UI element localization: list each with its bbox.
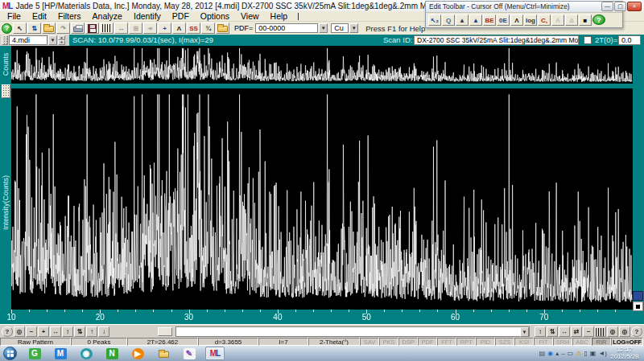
peaks-icon[interactable]: Λ	[172, 23, 186, 34]
menu-view[interactable]: View	[235, 11, 265, 21]
minimize-button[interactable]: —	[601, 2, 613, 11]
help-icon[interactable]: ?	[2, 23, 12, 34]
zoom-in-icon[interactable]: +	[38, 326, 49, 337]
rescale-icon[interactable]: ⇅	[74, 326, 85, 337]
tray-clipboard-icon[interactable]: ▣	[590, 350, 597, 357]
cursor-icon[interactable]: ↖	[13, 23, 27, 34]
flag-abc[interactable]: ABC	[572, 338, 592, 346]
open-file-icon[interactable]	[42, 23, 56, 34]
app-360browser[interactable]: G	[25, 347, 44, 360]
app-explorer[interactable]	[154, 347, 173, 360]
flag-ksi[interactable]: KSI	[514, 338, 534, 346]
sort-scans-icon[interactable]: ⇅	[27, 23, 41, 34]
flag-sav[interactable]: SAV	[360, 338, 379, 346]
tray-volume-icon[interactable]: ◄)	[598, 350, 607, 357]
report-icon[interactable]	[216, 23, 229, 34]
file-dropdown-arrow-icon[interactable]: ▼	[48, 35, 57, 45]
smooth-icon[interactable]: ~	[583, 326, 594, 337]
anode-select[interactable]: Cu	[331, 23, 349, 33]
menu-file[interactable]: File	[2, 11, 27, 21]
tray-alert-icon[interactable]: ⚠	[576, 350, 581, 357]
file-spinner[interactable]: ▲▼	[58, 35, 65, 45]
menu-identify[interactable]: Identify	[128, 11, 167, 21]
cursor-2theta-icon[interactable]: ↖₂	[428, 14, 441, 26]
compress-icon[interactable]: ⇄	[571, 326, 582, 337]
tray-expand-icon[interactable]: ▤	[539, 350, 546, 357]
spin-down-icon[interactable]: ▼	[58, 40, 65, 45]
search-match-icon[interactable]: SS	[187, 23, 200, 34]
flag-rir[interactable]: RIR	[592, 338, 611, 346]
save-icon[interactable]	[85, 23, 99, 34]
menu-help[interactable]: Help	[265, 11, 294, 21]
overlay-select[interactable]: ▼	[175, 326, 530, 337]
tray-up-icon[interactable]: ▴	[555, 350, 559, 357]
help-icon[interactable]: ?	[2, 326, 13, 337]
menu-filters[interactable]: Filters	[52, 11, 87, 21]
area-edit-icon[interactable]: Δ	[565, 14, 578, 26]
pattern-bars-icon[interactable]	[100, 23, 114, 34]
overlay-dropdown-arrow-icon[interactable]: ▼	[520, 327, 529, 337]
taskbar-clock[interactable]: 12:17 2012/5/28	[608, 347, 642, 360]
file-select[interactable]: 4.mdi	[9, 35, 47, 45]
display-bars-icon[interactable]	[595, 326, 606, 337]
quantify-icon[interactable]: ¾	[201, 23, 215, 34]
zero-edit-icon[interactable]: 0E	[497, 14, 510, 26]
flag-srm[interactable]: SRM	[553, 338, 572, 346]
chart-stop-button[interactable]	[633, 302, 643, 311]
pdf-number-input[interactable]: 00-0000	[255, 23, 318, 33]
normalize-icon[interactable]: ⇅	[547, 326, 558, 337]
menu-edit[interactable]: Edit	[27, 11, 52, 21]
shift-up-icon[interactable]: ↑	[86, 326, 97, 337]
zoom-range-icon[interactable]: ↔	[114, 23, 128, 34]
start-button[interactable]	[3, 347, 17, 360]
app-paint[interactable]: ✎	[180, 347, 199, 360]
calibrate-icon[interactable]: C,	[538, 14, 551, 26]
flag-fit[interactable]: FIT	[534, 338, 553, 346]
menu-options[interactable]: Options	[195, 11, 235, 21]
app-network[interactable]: ◉	[76, 347, 96, 360]
full-range-icon[interactable]: ▲	[456, 14, 469, 26]
overview-plot-canvas[interactable]	[11, 46, 633, 84]
help-icon[interactable]: ?	[592, 14, 605, 25]
zoom-icon[interactable]: Q	[442, 14, 455, 26]
close-button[interactable]: ×	[627, 2, 642, 11]
print-icon[interactable]	[71, 23, 85, 34]
flag-rpt[interactable]: RPT	[456, 338, 476, 346]
redraw-icon[interactable]: ◎	[619, 326, 630, 337]
flag-dsp[interactable]: DSP	[398, 338, 418, 346]
find-peaks-icon[interactable]: Λ	[510, 14, 523, 26]
main-plot-canvas[interactable]	[11, 88, 633, 310]
menu-analyze[interactable]: Analyze	[87, 11, 128, 21]
flag-pid[interactable]: PID	[476, 338, 495, 346]
flag-fft[interactable]: FFT	[437, 338, 456, 346]
expand-x-icon[interactable]: ↔	[50, 326, 61, 337]
two-theta-zero-input[interactable]: 0.0	[618, 35, 641, 45]
toolbar-grip-handle[interactable]	[2, 35, 8, 45]
pan-x-icon[interactable]: ↔	[559, 326, 570, 337]
zoom-out-icon[interactable]: −	[26, 326, 37, 337]
flag-pdf[interactable]: PDF	[418, 338, 437, 346]
help-icon[interactable]: ?	[631, 326, 642, 337]
menu-pdf[interactable]: PDF	[167, 11, 195, 21]
import-icon[interactable]: ↷	[56, 23, 70, 34]
chart-scroll-button[interactable]	[633, 291, 643, 301]
flag-log-toggle[interactable]: LOG=OFF	[611, 338, 643, 346]
grid-icon[interactable]: ■	[579, 14, 592, 26]
flag-szs[interactable]: SZS	[495, 338, 514, 346]
shift-down-icon[interactable]: ↓	[98, 326, 109, 337]
app-maxthon[interactable]: M	[51, 347, 70, 360]
profile-fit-icon[interactable]: ▲	[469, 14, 482, 26]
pdf-dropdown-arrow-icon[interactable]: ▼	[319, 23, 328, 33]
maximize-button[interactable]: ▢	[614, 2, 626, 11]
options-icon[interactable]: ◎	[14, 326, 25, 337]
pan-icon[interactable]: +	[158, 23, 171, 34]
tray-network-icon[interactable]: ▯	[584, 350, 587, 357]
tray-help-icon[interactable]: ◉	[547, 350, 553, 357]
refresh-icon[interactable]: ◎	[607, 326, 618, 337]
scale-y-icon[interactable]: ↕	[535, 326, 546, 337]
anode-dropdown-arrow-icon[interactable]: ▼	[349, 23, 358, 33]
flag-pks[interactable]: PKS	[379, 338, 398, 346]
two-theta-zero-checkbox[interactable]	[584, 36, 592, 44]
app-jade[interactable]: ML	[205, 347, 225, 360]
app-media-player[interactable]: ▶	[128, 347, 147, 360]
